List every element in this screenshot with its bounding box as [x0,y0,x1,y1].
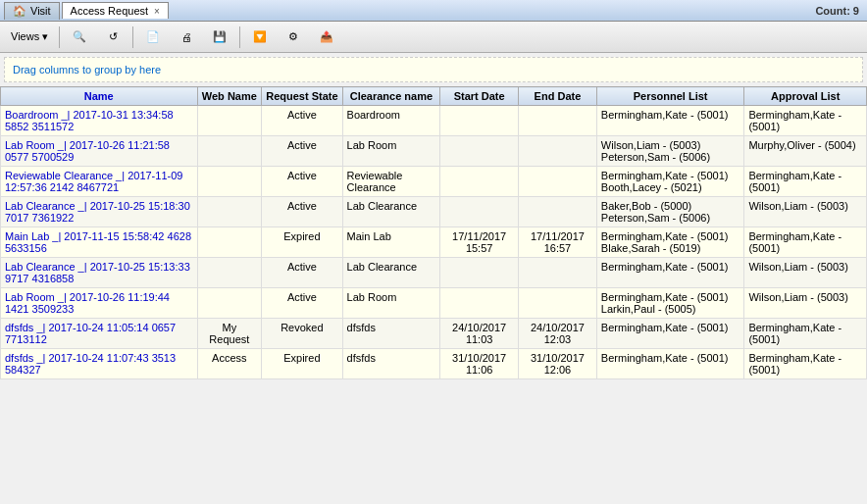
cell-startdate: 24/10/2017 11:03 [440,319,519,349]
cell-clearance: Lab Room [342,288,440,319]
drag-columns-text: Drag columns to group by here [13,64,161,76]
table-row[interactable]: Main Lab _| 2017-11-15 15:58:42 4628 563… [1,227,867,258]
print-icon: 🖨 [178,28,195,46]
cell-approval: Bermingham,Kate - (5001) [744,167,867,197]
col-header-webname[interactable]: Web Name [197,87,262,106]
table-row[interactable]: Lab Room _| 2017-10-26 11:19:44 1421 350… [1,288,867,319]
cell-personnel: Bermingham,Kate - (5001) [596,258,744,288]
cell-webname [197,227,262,258]
tab-access-request[interactable]: Access Request × [62,2,169,19]
col-header-personnel[interactable]: Personnel List [596,87,744,106]
cell-name: Lab Room _| 2017-10-26 11:19:44 1421 350… [1,288,198,319]
cell-reqstate: Active [262,106,342,136]
cell-enddate [519,288,597,319]
export-btn[interactable]: 📤 [311,25,342,50]
export-icon: 📤 [318,28,335,46]
table-row[interactable]: Lab Room _| 2017-10-26 11:21:58 0577 570… [1,136,867,167]
toolbar-separator-2 [132,26,133,48]
new-btn[interactable]: 📄 [137,25,169,50]
cell-personnel: Baker,Bob - (5000) Peterson,Sam - (5006) [596,197,744,227]
cell-approval: Bermingham,Kate - (5001) [744,349,867,379]
table-body: Boardroom _| 2017-10-31 13:34:58 5852 35… [1,106,867,379]
cell-webname: Access [197,349,262,379]
toolbar-separator-1 [59,26,60,48]
table-row[interactable]: Reviewable Clearance _| 2017-11-09 12:57… [1,167,867,197]
col-header-approval[interactable]: Approval List [744,87,867,106]
cell-enddate [519,258,597,288]
cell-clearance: Lab Room [342,136,440,167]
views-dropdown-btn[interactable]: Views ▾ [4,25,55,50]
cell-reqstate: Revoked [262,319,342,349]
cell-enddate [519,136,597,167]
tab-access-request-label: Access Request [71,5,148,17]
search-btn[interactable]: 🔍 [64,25,95,50]
cell-webname [197,136,262,167]
cell-reqstate: Expired [262,349,342,379]
cell-startdate [440,136,519,167]
col-header-enddate[interactable]: End Date [519,87,597,106]
cell-clearance: dfsfds [342,349,440,379]
cell-name: Boardroom _| 2017-10-31 13:34:58 5852 35… [1,106,198,136]
new-doc-icon: 📄 [144,28,162,46]
tab-visit-label: Visit [30,5,51,17]
cell-enddate [519,197,597,227]
col-header-name[interactable]: Name [1,87,198,106]
table-row[interactable]: dfsfds _| 2017-10-24 11:05:14 0657 77131… [1,319,867,349]
table-row[interactable]: Lab Clearance _| 2017-10-25 15:18:30 701… [1,197,867,227]
settings-icon: ⚙ [284,28,302,46]
filter-icon: 🔽 [251,28,269,46]
cell-approval: Wilson,Liam - (5003) [744,258,867,288]
cell-startdate [440,258,519,288]
cell-startdate [440,288,519,319]
print-btn[interactable]: 🖨 [171,25,202,50]
cell-clearance: Lab Clearance [342,197,440,227]
col-header-clearance[interactable]: Clearance name [342,87,440,106]
cell-startdate [440,197,519,227]
cell-personnel: Bermingham,Kate - (5001) [596,106,744,136]
cell-name: dfsfds _| 2017-10-24 11:05:14 0657 77131… [1,319,198,349]
cell-approval: Wilson,Liam - (5003) [744,197,867,227]
cell-startdate: 31/10/2017 11:06 [440,349,519,379]
cell-name: Main Lab _| 2017-11-15 15:58:42 4628 563… [1,227,198,258]
cell-approval: Bermingham,Kate - (5001) [744,319,867,349]
table-row[interactable]: Boardroom _| 2017-10-31 13:34:58 5852 35… [1,106,867,136]
cell-approval: Bermingham,Kate - (5001) [744,227,867,258]
cell-name: Reviewable Clearance _| 2017-11-09 12:57… [1,167,198,197]
access-request-table: Name Web Name Request State Clearance na… [0,86,867,379]
cell-reqstate: Active [262,258,342,288]
cell-personnel: Bermingham,Kate - (5001) Larkin,Paul - (… [596,288,744,319]
cell-clearance: Lab Clearance [342,258,440,288]
settings-btn[interactable]: ⚙ [278,25,309,50]
col-header-reqstate[interactable]: Request State [262,87,342,106]
cell-clearance: Reviewable Clearance [342,167,440,197]
visit-icon: 🏠 [13,5,26,18]
save-btn[interactable]: 💾 [204,25,235,50]
cell-name: Lab Clearance _| 2017-10-25 15:13:33 971… [1,258,198,288]
col-header-startdate[interactable]: Start Date [440,87,519,106]
refresh-btn[interactable]: ↺ [97,25,128,50]
filter-btn[interactable]: 🔽 [244,25,276,50]
cell-approval: Murphy,Oliver - (5004) [744,136,867,167]
cell-reqstate: Active [262,197,342,227]
cell-webname [197,167,262,197]
cell-reqstate: Expired [262,227,342,258]
cell-webname [197,197,262,227]
tab-visit[interactable]: 🏠 Visit [4,2,60,20]
close-icon[interactable]: × [154,6,160,17]
cell-clearance: Main Lab [342,227,440,258]
cell-webname [197,288,262,319]
cell-webname: My Request [197,319,262,349]
cell-name: Lab Room _| 2017-10-26 11:21:58 0577 570… [1,136,198,167]
table-header: Name Web Name Request State Clearance na… [1,87,867,106]
cell-approval: Wilson,Liam - (5003) [744,288,867,319]
data-grid[interactable]: Name Web Name Request State Clearance na… [0,86,867,504]
cell-startdate [440,106,519,136]
cell-personnel: Bermingham,Kate - (5001) Booth,Lacey - (… [596,167,744,197]
search-icon: 🔍 [71,28,88,46]
cell-clearance: dfsfds [342,319,440,349]
toolbar: Views ▾ 🔍 ↺ 📄 🖨 💾 🔽 ⚙ 📤 [0,22,867,53]
table-row[interactable]: dfsfds _| 2017-10-24 11:07:43 3513 58432… [1,349,867,379]
save-icon: 💾 [211,28,229,46]
table-row[interactable]: Lab Clearance _| 2017-10-25 15:13:33 971… [1,258,867,288]
cell-enddate: 17/11/2017 16:57 [519,227,597,258]
